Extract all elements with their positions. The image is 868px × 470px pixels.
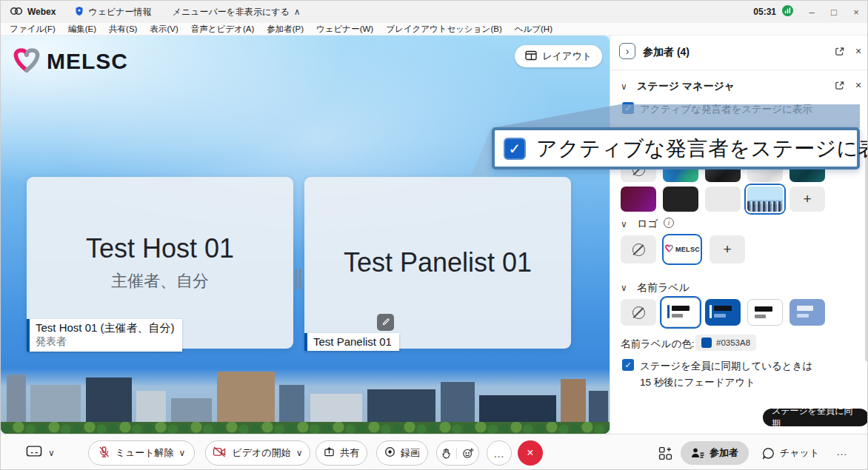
maximize-button[interactable]: □ xyxy=(823,1,845,23)
mic-muted-icon xyxy=(98,446,110,460)
trees-strip xyxy=(1,422,610,434)
video-stage: MELSC レイアウト Test Host 01 主催者、自分 Test Pan… xyxy=(1,36,610,434)
video-tile-panelist[interactable]: Test Panelist 01 xyxy=(304,177,571,349)
logo-thumb-melsc-selected[interactable]: MELSC xyxy=(662,234,702,265)
shield-icon xyxy=(75,6,84,19)
sync-stage-button[interactable]: ステージを全員に同期 xyxy=(763,409,868,426)
start-video-button[interactable]: ビデオの開始 ∨ xyxy=(205,440,310,466)
minimize-button[interactable]: – xyxy=(801,1,823,23)
menu-edit[interactable]: 編集(E) xyxy=(68,24,96,35)
layout-button-label: レイアウト xyxy=(542,50,592,63)
layout-button[interactable]: レイアウト xyxy=(515,45,602,67)
menu-view[interactable]: 表示(V) xyxy=(150,24,178,35)
hide-menubar-button[interactable]: メニューバーを非表示にする ∧ xyxy=(173,6,301,19)
collapse-stage-manager-icon[interactable]: ∨ xyxy=(621,81,627,92)
background-thumb-gray[interactable] xyxy=(705,187,741,212)
chevron-down-icon: ∨ xyxy=(48,448,55,458)
info-icon[interactable]: i xyxy=(664,218,674,228)
menu-participants[interactable]: 参加者(P) xyxy=(267,24,304,35)
none-icon xyxy=(632,244,645,256)
sync-fade-label-line1: ステージを全員に同期しているときは xyxy=(640,360,812,373)
share-button[interactable]: 共有 xyxy=(316,440,367,466)
name-label-thumb-blue[interactable] xyxy=(705,299,741,326)
background-thumb-city-selected[interactable] xyxy=(746,185,784,213)
hand-icon xyxy=(441,448,451,459)
color-swatch xyxy=(701,338,712,348)
sync-fade-label-line2: 15 秒後にフェードアウト xyxy=(640,376,755,389)
record-icon xyxy=(384,446,395,460)
more-options-button[interactable]: … xyxy=(487,440,512,466)
background-thumb-black[interactable] xyxy=(663,187,698,212)
add-background-button[interactable]: + xyxy=(789,187,825,212)
collapse-participants-button[interactable]: › xyxy=(619,43,635,59)
popout-participants-icon[interactable] xyxy=(832,44,846,58)
logo-thumb-none[interactable] xyxy=(621,235,656,263)
city-skyline-background xyxy=(1,369,610,434)
tile-resize-grip[interactable] xyxy=(296,269,301,289)
participants-toggle-label: 参加者 xyxy=(710,446,738,460)
add-logo-button[interactable]: + xyxy=(710,235,745,263)
background-thumb-purple[interactable] xyxy=(621,187,656,212)
close-stage-manager-icon[interactable]: × xyxy=(852,78,865,92)
app-title: Webex xyxy=(27,7,56,17)
participants-icon xyxy=(691,448,704,458)
end-call-button[interactable]: × xyxy=(518,440,543,466)
close-participants-icon[interactable]: × xyxy=(852,44,865,58)
zoom-callout: ✓ アクティブな発言者をステージに表示 xyxy=(492,127,860,169)
close-window-button[interactable]: × xyxy=(845,1,867,23)
plus-icon: + xyxy=(803,191,811,207)
collapse-logo-icon[interactable]: ∨ xyxy=(621,219,627,229)
stage-manager-title: ステージ マネージャ xyxy=(637,80,735,93)
menu-share[interactable]: 共有(S) xyxy=(109,24,137,35)
webinar-info-button[interactable]: ウェビナー情報 xyxy=(75,6,151,19)
unmute-button[interactable]: ミュート解除 ∨ xyxy=(88,440,195,466)
name-label-color-chip[interactable]: #0353A8 xyxy=(695,335,756,351)
host-name-label-name: Test Host 01 (主催者、自分) xyxy=(36,321,175,335)
menu-breakout[interactable]: ブレイクアウトセッション(B) xyxy=(386,24,502,35)
panel-scrollbar[interactable] xyxy=(865,154,868,361)
closed-captions-icon xyxy=(26,445,42,460)
checkmark-icon: ✓ xyxy=(624,360,631,370)
more-panels-button[interactable]: … xyxy=(836,445,848,458)
popout-stage-manager-icon[interactable] xyxy=(832,78,846,92)
record-button[interactable]: 録画 xyxy=(376,440,428,466)
edit-name-label-button[interactable] xyxy=(377,314,394,331)
raise-hand-button[interactable] xyxy=(436,448,457,459)
connection-quality-icon[interactable] xyxy=(782,5,793,19)
sync-fade-checkbox[interactable]: ✓ xyxy=(622,359,634,371)
reactions-button[interactable] xyxy=(457,447,479,459)
zoom-callout-label: アクティブな発言者をステージに表示 xyxy=(536,135,868,163)
menu-help[interactable]: ヘルプ(H) xyxy=(515,24,552,35)
apps-button[interactable] xyxy=(658,440,672,466)
menubar: ファイル(F) 編集(E) 共有(S) 表示(V) 音声とビデオ(A) 参加者(… xyxy=(1,23,867,36)
reactions-group xyxy=(436,440,479,466)
participants-toggle-button[interactable]: 参加者 xyxy=(681,441,749,465)
chat-icon xyxy=(762,447,775,460)
name-label-thumb-accent-selected[interactable] xyxy=(661,298,700,327)
logo-section-title: ロゴ xyxy=(637,218,658,231)
titlebar: Webex ウェビナー情報 メニューバーを非表示にする ∧ 05:31 – □ … xyxy=(1,1,867,23)
tile-host-title: Test Host 01 xyxy=(86,233,234,264)
name-label-thumb-plain[interactable] xyxy=(747,299,783,326)
start-video-button-label: ビデオの開始 xyxy=(232,446,290,460)
color-value: #0353A8 xyxy=(716,338,750,347)
captions-button[interactable]: ∨ xyxy=(26,445,55,460)
control-bar: ∨ ミュート解除 ∨ ビデオの開始 ∨ xyxy=(1,434,867,470)
menu-webinar[interactable]: ウェビナー(W) xyxy=(316,24,373,35)
chat-toggle-button[interactable]: チャット xyxy=(762,441,819,465)
webinar-info-label: ウェビナー情報 xyxy=(88,6,151,19)
menu-file[interactable]: ファイル(F) xyxy=(10,24,56,35)
close-icon: × xyxy=(527,446,533,460)
webex-window: Webex ウェビナー情報 メニューバーを非表示にする ∧ 05:31 – □ … xyxy=(0,0,868,470)
active-speaker-checkbox-zoomed[interactable]: ✓ xyxy=(504,138,526,160)
share-icon xyxy=(324,446,335,460)
menu-audio-video[interactable]: 音声とビデオ(A) xyxy=(191,24,254,35)
name-label-thumb-lightblue[interactable] xyxy=(789,299,825,326)
collapse-name-label-icon[interactable]: ∨ xyxy=(621,283,627,293)
meeting-time: 05:31 xyxy=(753,7,776,17)
name-label-thumb-none[interactable] xyxy=(621,299,656,326)
camera-off-icon xyxy=(213,446,227,460)
chevron-down-icon: ∨ xyxy=(179,448,186,458)
pencil-icon xyxy=(381,316,390,329)
brand-text: MELSC xyxy=(47,49,128,74)
